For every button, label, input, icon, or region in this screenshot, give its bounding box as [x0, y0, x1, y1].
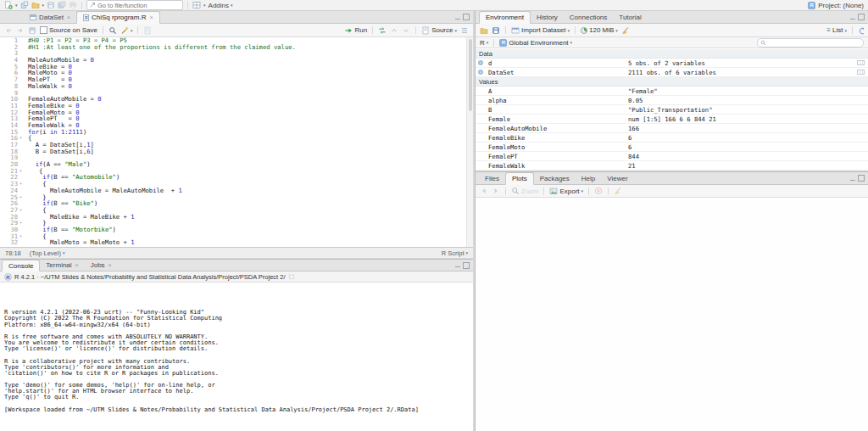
code-line[interactable]: FemaleBike = 0	[28, 103, 473, 109]
environment-row[interactable]: ▸DataSet2111 obs. of 6 variables	[476, 68, 868, 77]
forward-icon[interactable]	[16, 26, 25, 35]
code-line[interactable]: if(A == "Male")	[28, 161, 473, 168]
code-line[interactable]	[28, 50, 473, 57]
session-dir-icon[interactable]	[288, 273, 295, 280]
fold-marker-icon[interactable]: ▾	[18, 220, 24, 227]
fold-marker-icon[interactable]: ▾	[18, 181, 24, 188]
project-menu[interactable]: R Project: (None)	[808, 2, 864, 9]
maximize-icon[interactable]	[463, 262, 470, 269]
goto-file-input[interactable]	[97, 2, 174, 9]
save-workspace-icon[interactable]	[492, 26, 500, 35]
tab-tutorial[interactable]: Tutorial	[613, 11, 647, 23]
minimize-icon[interactable]	[455, 19, 460, 20]
tab-environment[interactable]: Environment	[479, 11, 531, 24]
code-line[interactable]: FemaleAutoMobile = 0	[28, 96, 473, 103]
code-line[interactable]: MaleMoto = 0	[28, 70, 473, 76]
source-up-icon[interactable]	[390, 26, 398, 35]
tab-connections[interactable]: Connections	[564, 11, 613, 23]
memory-usage-button[interactable]: 120 MiB ▾	[581, 26, 618, 35]
code-line[interactable]: MaleWalk = 0	[28, 83, 473, 90]
find-replace-icon[interactable]	[108, 26, 117, 35]
save-all-icon[interactable]	[58, 1, 66, 9]
remove-plot-icon[interactable]	[594, 187, 603, 195]
code-line[interactable]: MaleBike = 0	[28, 64, 473, 70]
rerun-icon[interactable]	[378, 26, 387, 35]
tab-plots[interactable]: Plots	[505, 172, 534, 185]
code-line[interactable]: if(B == "Motorbike")	[28, 227, 473, 233]
code-line[interactable]: MaleBike = MaleBike + 1	[28, 214, 473, 221]
view-table-icon[interactable]	[857, 70, 865, 75]
tab-history[interactable]: History	[531, 11, 564, 23]
tab-terminal[interactable]: Terminal×	[40, 260, 84, 271]
code-line[interactable]: A = DataSet[i,1]	[28, 142, 473, 148]
maximize-icon[interactable]	[463, 14, 470, 20]
editor-scrollbar[interactable]	[466, 37, 473, 247]
zoom-plot-button[interactable]: Zoom	[511, 187, 538, 195]
code-line[interactable]: for(i in 1:2111)	[28, 129, 473, 136]
code-area[interactable]: #H0 :P1 = P2 = P3 = P4 = P5#H1 :At least…	[24, 37, 473, 247]
addins-menu[interactable]: Addins▾	[209, 1, 233, 9]
environment-row[interactable]: FemaleMoto6	[476, 143, 868, 152]
environment-row[interactable]: ▸d5 obs. of 2 variables	[476, 59, 868, 68]
language-selector[interactable]: R▾	[480, 38, 488, 47]
environment-row[interactable]: alpha0.05	[476, 96, 868, 105]
view-table-icon[interactable]	[857, 60, 865, 65]
console-output[interactable]: R version 4.2.1 (2022-06-23 ucrt) -- "Fu…	[0, 283, 473, 431]
expand-icon[interactable]: ▸	[478, 70, 483, 75]
refresh-icon[interactable]	[858, 26, 864, 35]
tab-jobs[interactable]: Jobs×	[85, 260, 118, 271]
document-outline-icon[interactable]	[460, 26, 469, 35]
code-line[interactable]: MaleMoto = MaleMoto + 1	[28, 239, 473, 246]
code-line[interactable]: #H1 :At least one of the proportions is …	[28, 44, 473, 51]
environment-search-input[interactable]	[768, 40, 853, 46]
environment-row[interactable]: FemalePT844	[476, 152, 868, 161]
code-tools-button[interactable]: ▾	[120, 26, 133, 35]
environment-row[interactable]: B"Public_Transportation"	[476, 105, 868, 115]
maximize-icon[interactable]	[858, 175, 865, 182]
previous-plot-icon[interactable]	[480, 187, 488, 195]
filetype-selector[interactable]: R Script▾	[442, 249, 468, 257]
environment-row[interactable]: FemaleAutoMobile166	[476, 124, 868, 133]
fold-marker-icon[interactable]: ▾	[18, 135, 24, 142]
pane-layout-icon[interactable]	[192, 1, 201, 9]
scope-selector[interactable]: (Top Level)▾	[30, 249, 65, 257]
maximize-icon[interactable]	[858, 14, 865, 20]
source-on-save-checkbox[interactable]: Source on Save	[40, 26, 97, 34]
fold-marker-icon[interactable]: ▾	[18, 168, 24, 175]
close-icon[interactable]: ×	[67, 14, 70, 20]
run-button[interactable]: Run	[344, 26, 367, 35]
source-down-icon[interactable]	[402, 26, 410, 35]
import-dataset-button[interactable]: Import Dataset ▾	[511, 26, 570, 35]
code-line[interactable]: {	[28, 135, 473, 142]
fold-marker-icon[interactable]: ▾	[18, 194, 24, 201]
tab-help[interactable]: Help	[576, 172, 601, 184]
code-line[interactable]: MaleAutoMobile = MaleAutoMobile + 1	[28, 188, 473, 194]
code-line[interactable]: FemaleWalk = 0	[28, 122, 473, 129]
minimize-icon[interactable]	[850, 19, 855, 20]
code-line[interactable]: if(B == "Automobile")	[28, 174, 473, 181]
print-icon[interactable]	[69, 1, 77, 9]
source-button[interactable]: Source ▾	[421, 26, 457, 35]
save-icon[interactable]	[28, 26, 36, 35]
code-line[interactable]: FemaleMoto = 0	[28, 109, 473, 116]
expand-icon[interactable]: ▸	[478, 60, 483, 65]
close-icon[interactable]: ×	[108, 262, 112, 268]
code-line[interactable]: MalePT = 0	[28, 76, 473, 83]
environment-row[interactable]: FemaleWalk21	[476, 161, 868, 171]
back-icon[interactable]	[4, 26, 13, 35]
next-plot-icon[interactable]	[492, 187, 500, 195]
clear-plots-icon[interactable]	[614, 187, 622, 195]
minimize-icon[interactable]	[455, 266, 460, 267]
new-file-icon[interactable]	[4, 1, 13, 9]
checkbox-icon[interactable]	[40, 26, 47, 34]
environment-row[interactable]: FemaleBike6	[476, 133, 868, 143]
compile-report-icon[interactable]	[143, 26, 152, 35]
open-workspace-icon[interactable]	[480, 26, 488, 35]
fold-marker-icon[interactable]: ▾	[18, 233, 24, 240]
minimize-icon[interactable]	[850, 180, 855, 181]
environment-selector[interactable]: R Global Environment ▾	[499, 38, 572, 47]
tab-console[interactable]: Console	[2, 260, 40, 271]
new-project-icon[interactable]	[20, 1, 29, 9]
close-icon[interactable]: ×	[75, 262, 79, 268]
open-file-dropdown-icon[interactable]: ▾	[42, 1, 45, 9]
